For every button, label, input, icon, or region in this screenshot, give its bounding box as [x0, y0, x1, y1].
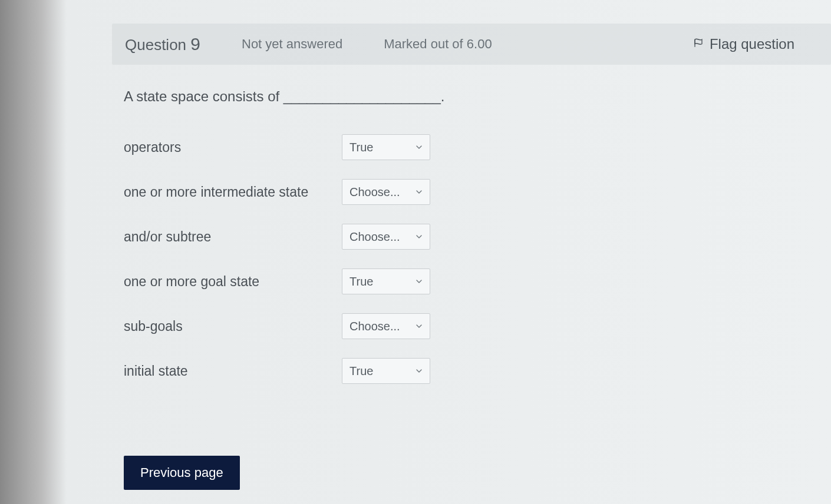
question-number: Question 9	[125, 34, 200, 54]
option-label: sub-goals	[124, 319, 342, 334]
question-num-value: 9	[190, 34, 200, 54]
previous-page-button[interactable]: Previous page	[124, 456, 240, 490]
option-row: one or more goal stateChoose...TrueFalse	[124, 268, 831, 294]
flag-icon	[693, 38, 704, 51]
option-label: operators	[124, 140, 342, 155]
marks-info: Marked out of 6.00	[384, 37, 492, 52]
flag-label: Flag question	[710, 36, 794, 52]
option-row: operatorsChoose...TrueFalse	[124, 134, 831, 160]
options-container: operatorsChoose...TrueFalseone or more i…	[112, 134, 831, 384]
option-row: initial stateChoose...TrueFalse	[124, 358, 831, 384]
option-select[interactable]: Choose...TrueFalse	[342, 268, 430, 294]
option-label: one or more intermediate state	[124, 184, 342, 200]
option-label: one or more goal state	[124, 274, 342, 290]
option-select[interactable]: Choose...TrueFalse	[342, 224, 430, 250]
option-row: sub-goalsChoose...TrueFalse	[124, 313, 831, 339]
flag-question-link[interactable]: Flag question	[693, 36, 794, 52]
option-row: one or more intermediate stateChoose...T…	[124, 179, 831, 205]
option-label: initial state	[124, 363, 342, 379]
option-select[interactable]: Choose...TrueFalse	[342, 358, 430, 384]
answer-status: Not yet answered	[242, 37, 342, 52]
option-select[interactable]: Choose...TrueFalse	[342, 179, 430, 205]
question-label: Question	[125, 36, 186, 54]
quiz-page: Question 9 Not yet answered Marked out o…	[0, 0, 831, 490]
option-label: and/or subtree	[124, 229, 342, 245]
option-select[interactable]: Choose...TrueFalse	[342, 313, 430, 339]
option-row: and/or subtreeChoose...TrueFalse	[124, 224, 831, 250]
question-text: A state space consists of ______________…	[124, 88, 831, 105]
question-header: Question 9 Not yet answered Marked out o…	[112, 24, 831, 65]
option-select[interactable]: Choose...TrueFalse	[342, 134, 430, 160]
